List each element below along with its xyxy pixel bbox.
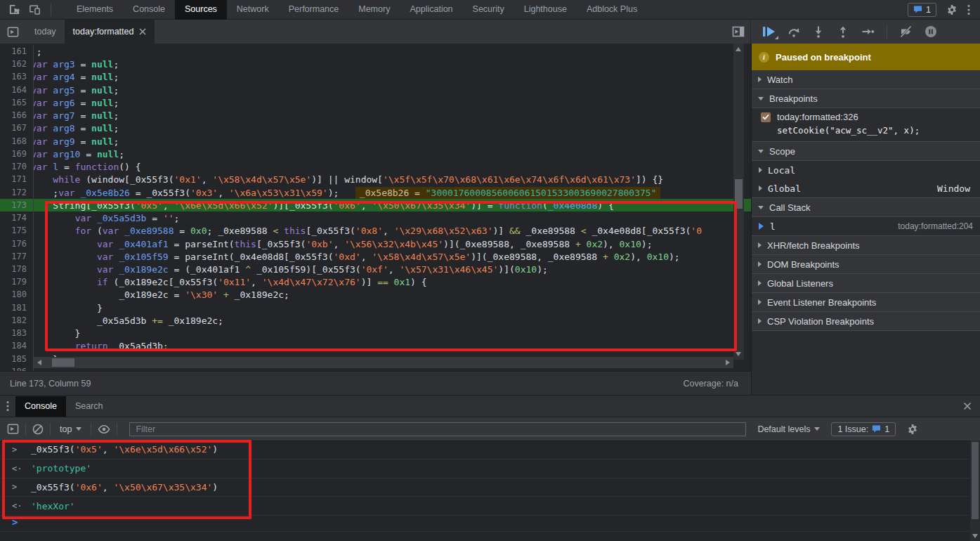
console-input-row[interactable]: >_0x55f3('0x6', '\x50\x67\x35\x34'): [0, 478, 969, 497]
tab-sources[interactable]: Sources: [175, 0, 227, 20]
step-over-button[interactable]: [788, 25, 800, 38]
line-number[interactable]: 179: [0, 275, 34, 288]
console-scrollbar[interactable]: [970, 441, 980, 541]
scope-item-local[interactable]: Local: [752, 161, 980, 179]
show-navigator-icon[interactable]: [7, 26, 19, 38]
editor-vertical-scrollbar[interactable]: [733, 44, 744, 360]
console-filter-input[interactable]: [129, 422, 746, 436]
code-line[interactable]: var _0x401af1 = parseInt(this[_0x55f3('0…: [34, 237, 751, 250]
code-line[interactable]: String[_0x55f3('0x5', '\x6e\x5d\x66\x52'…: [34, 199, 751, 211]
issues-counter[interactable]: 1: [908, 3, 936, 17]
line-number[interactable]: 166: [0, 109, 34, 122]
console-settings-gear-icon[interactable]: [907, 424, 918, 435]
tab-lighthouse[interactable]: Lighthouse: [514, 0, 577, 20]
line-number[interactable]: 186: [0, 365, 34, 371]
code-line[interactable]: return _0x5a5d3b;: [34, 339, 751, 352]
code-line[interactable]: for (var _0xe89588 = 0x0; _0xe89588 < th…: [34, 224, 751, 237]
toggle-device-toolbar-icon[interactable]: [29, 4, 41, 15]
scrollbar-thumb[interactable]: [972, 442, 979, 519]
code-line[interactable]: _0x5a5d3b += _0x189e2c;: [34, 314, 751, 327]
console-sidebar-toggle-icon[interactable]: [7, 423, 19, 435]
sidebar-section-scope[interactable]: Scope: [752, 142, 980, 161]
line-number[interactable]: 183: [0, 327, 34, 339]
code-line[interactable]: var arg7 = null;: [34, 109, 751, 122]
code-line[interactable]: var arg10 = null;: [34, 148, 751, 160]
code-line[interactable]: var arg6 = null;: [34, 96, 751, 109]
code-line[interactable]: var arg3 = null;: [34, 58, 751, 70]
tab-console[interactable]: Console: [123, 0, 175, 20]
scroll-down-arrow[interactable]: [972, 534, 978, 538]
scroll-up-arrow[interactable]: [736, 47, 741, 51]
code-line[interactable]: var arg4 = null;: [34, 70, 751, 83]
line-number[interactable]: 182: [0, 314, 34, 327]
code-line[interactable]: ;: [34, 45, 751, 58]
log-levels-selector[interactable]: Default levels: [757, 424, 820, 434]
code-line[interactable]: var arg5 = null;: [34, 84, 751, 96]
context-selector[interactable]: top: [57, 424, 84, 434]
step-out-button[interactable]: [837, 25, 849, 38]
code-line[interactable]: var arg9 = null;: [34, 135, 751, 148]
line-number[interactable]: 169: [0, 148, 34, 160]
line-number[interactable]: 180: [0, 288, 34, 301]
drawer-tab-search[interactable]: Search: [66, 396, 112, 417]
line-number[interactable]: 171: [0, 173, 34, 185]
line-number[interactable]: 163: [0, 70, 34, 83]
line-number[interactable]: 185: [0, 353, 34, 365]
file-tab-today-formatted[interactable]: today:formatted: [65, 20, 155, 44]
line-number[interactable]: 164: [0, 84, 34, 96]
sidebar-section-dom-breakpoints[interactable]: DOM Breakpoints: [752, 255, 980, 274]
sidebar-section-watch[interactable]: Watch: [752, 70, 980, 89]
line-number[interactable]: 181: [0, 301, 34, 314]
issues-chip[interactable]: 1 Issue: 1: [831, 422, 896, 436]
line-number[interactable]: 177: [0, 250, 34, 263]
scroll-left-arrow[interactable]: [37, 360, 41, 365]
drawer-tab-console[interactable]: Console: [15, 396, 66, 417]
tab-elements[interactable]: Elements: [67, 0, 123, 20]
code-line[interactable]: var _0x189e2c = (_0x401af1 ^ _0x105f59)[…: [34, 263, 751, 275]
console-prompt[interactable]: >: [0, 513, 969, 532]
code-line[interactable]: if (_0x189e2c[_0x55f3('0x11', '\x4d\x47\…: [34, 275, 751, 288]
call-stack-frame[interactable]: ltoday:formatted:204: [752, 217, 980, 236]
code-line[interactable]: var l = function() {: [34, 160, 751, 173]
breakpoint-entry[interactable]: today:formatted:326 setCookie("acw_sc__v…: [752, 108, 980, 142]
sidebar-section-csp-violation-breakpoints[interactable]: CSP Violation Breakpoints: [752, 312, 980, 331]
settings-gear-icon[interactable]: [946, 4, 958, 15]
tab-network[interactable]: Network: [227, 0, 279, 20]
code-line[interactable]: var arg8 = null;: [34, 122, 751, 134]
sidebar-section-breakpoints[interactable]: Breakpoints: [752, 89, 980, 108]
tab-security[interactable]: Security: [463, 0, 514, 20]
tab-application[interactable]: Application: [400, 0, 462, 20]
console-input-row[interactable]: >_0x55f3('0x5', '\x6e\x5d\x66\x52'): [0, 441, 969, 459]
sidebar-section-xhr-fetch-breakpoints[interactable]: XHR/fetch Breakpoints: [752, 236, 980, 255]
line-number[interactable]: 176: [0, 237, 34, 250]
deactivate-breakpoints-button[interactable]: [899, 25, 913, 38]
close-tab-icon[interactable]: [139, 28, 146, 35]
inspect-element-icon[interactable]: [8, 4, 20, 15]
code-line[interactable]: var _0x5a5d3b = '';: [34, 211, 751, 224]
line-number[interactable]: 167: [0, 122, 34, 134]
sidebar-section-event-listener-breakpoints[interactable]: Event Listener Breakpoints: [752, 293, 980, 312]
drawer-kebab-icon[interactable]: [0, 400, 15, 412]
scroll-down-arrow[interactable]: [736, 352, 741, 356]
scope-item-global[interactable]: GlobalWindow: [752, 179, 980, 197]
code-line[interactable]: }: [34, 327, 751, 339]
scrollbar-thumb[interactable]: [52, 358, 74, 367]
tab-memory[interactable]: Memory: [348, 0, 400, 20]
line-number[interactable]: 172: [0, 186, 34, 199]
code-line[interactable]: var _0x105f59 = parseInt(_0x4e08d8[_0x55…: [34, 250, 751, 263]
show-debugger-panel-icon[interactable]: [732, 25, 745, 38]
line-number[interactable]: 161: [0, 45, 34, 58]
step-button[interactable]: [861, 25, 875, 38]
live-expression-eye-icon[interactable]: [98, 424, 110, 434]
step-into-button[interactable]: [812, 25, 825, 38]
scroll-right-arrow[interactable]: [726, 360, 730, 365]
file-tab-today[interactable]: today: [26, 20, 65, 44]
line-number[interactable]: 175: [0, 224, 34, 237]
resume-script-button[interactable]: [762, 25, 776, 38]
more-options-kebab-icon[interactable]: [967, 4, 970, 15]
line-number[interactable]: 165: [0, 96, 34, 109]
scrollbar-thumb[interactable]: [735, 179, 743, 209]
code-line[interactable]: _0x189e2c = '\x30' + _0x189e2c;: [34, 288, 751, 301]
sidebar-section-call-stack[interactable]: Call Stack: [752, 198, 980, 217]
pause-on-exceptions-button[interactable]: [925, 25, 937, 38]
